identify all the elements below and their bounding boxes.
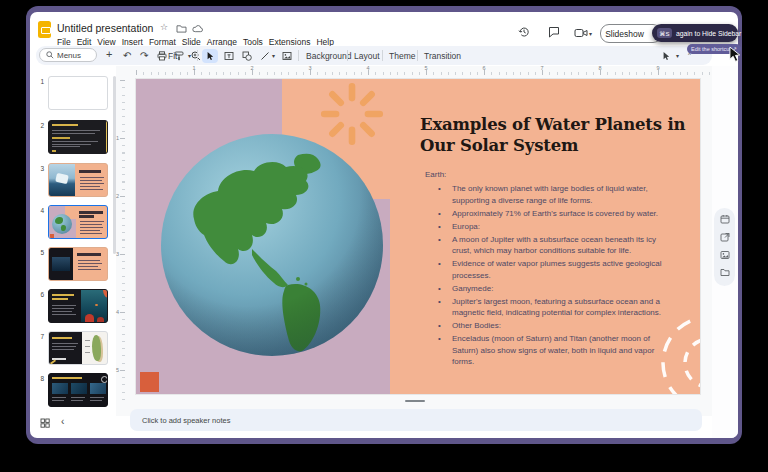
bullet-item[interactable]: A moon of Jupiter with a subsurface ocea… <box>434 234 668 257</box>
slide-title-text[interactable]: Examples of Water Planets in Our Solar S… <box>420 115 700 156</box>
bullet-item[interactable]: Other Bodies: <box>434 320 668 332</box>
print-icon[interactable] <box>157 51 167 61</box>
horizontal-ruler: 1 2 3 4 5 6 7 8 9 <box>126 66 712 75</box>
comments-icon[interactable] <box>548 26 560 38</box>
meet-camera-icon[interactable] <box>574 28 586 40</box>
notes-resize-handle[interactable] <box>405 400 425 402</box>
textbox-tool-icon[interactable] <box>224 51 234 61</box>
fit-label[interactable]: Fit <box>168 50 177 62</box>
bullet-item[interactable]: Jupiter's largest moon, featuring a subs… <box>434 296 668 319</box>
screenshot-stage: Untitled presentation ☆ File Edit View I… <box>0 0 768 472</box>
ruler-number: 1 <box>192 65 195 71</box>
slide-number: 7 <box>34 333 44 340</box>
toolbar-separator <box>347 50 348 61</box>
speaker-notes-placeholder: Click to add speaker notes <box>142 416 230 425</box>
bullet-item[interactable]: Ganymede: <box>434 283 668 295</box>
move-folder-icon[interactable] <box>176 24 188 36</box>
earth-globe-image[interactable] <box>160 133 384 357</box>
toolbar-separator <box>197 50 198 61</box>
insert-image-icon[interactable] <box>282 51 292 61</box>
pointer-chevron-down-icon[interactable]: ▾ <box>676 52 679 59</box>
folder-panel-icon[interactable] <box>720 268 730 278</box>
ruler-number: 7 <box>540 65 543 71</box>
select-tool-button[interactable] <box>202 49 218 63</box>
image-panel-icon[interactable] <box>720 250 730 260</box>
search-icon <box>46 51 54 59</box>
slideshow-button[interactable]: Slideshow <box>600 24 649 43</box>
ruler-number: 3 <box>116 251 119 257</box>
background-button[interactable]: Background <box>306 50 351 62</box>
theme-button[interactable]: Theme <box>389 50 415 62</box>
slide-number: 1 <box>34 78 44 85</box>
slide-editor[interactable]: Examples of Water Planets in Our Solar S… <box>136 79 700 394</box>
transition-button[interactable]: Transition <box>424 50 461 62</box>
slide-section-label[interactable]: Earth: <box>425 170 446 179</box>
menus-search-button[interactable]: Menus <box>39 48 97 62</box>
red-square-decoration <box>140 372 159 392</box>
grid-view-icon[interactable] <box>40 418 51 429</box>
open-in-new-icon[interactable] <box>720 232 730 242</box>
tooltip-text: again to Hide Sidebar <box>676 30 741 37</box>
ruler-number: 2 <box>116 193 119 199</box>
slide-thumbnail-5[interactable] <box>48 247 108 281</box>
toolbar-separator <box>417 50 418 61</box>
slide-thumbnail-7[interactable] <box>48 331 108 365</box>
ruler-number: 4 <box>116 309 119 315</box>
keyboard-shortcut-badge: ⌘S <box>657 28 672 38</box>
pointer-tool-icon[interactable] <box>662 51 672 61</box>
layout-button[interactable]: Layout <box>354 50 380 62</box>
bullet-item[interactable]: Approximately 71% of Earth's surface is … <box>434 208 668 220</box>
menus-label: Menus <box>57 51 81 60</box>
line-chevron-down-icon[interactable]: ▾ <box>272 52 275 59</box>
ruler-number: 5 <box>116 367 119 373</box>
slides-app-icon-bar <box>41 27 51 34</box>
ruler-number: 9 <box>656 65 659 71</box>
bullet-item[interactable]: Evidence of water vapor plumes suggests … <box>434 258 668 281</box>
slide-number: 6 <box>34 291 44 298</box>
bullet-item[interactable]: The only known planet with large bodies … <box>434 183 668 206</box>
toolbar-separator <box>382 50 383 61</box>
slide-number: 4 <box>34 207 44 214</box>
fit-chevron-down-icon[interactable]: ▾ <box>188 52 191 59</box>
line-tool-icon[interactable] <box>260 51 270 61</box>
undo-icon[interactable]: ↶ <box>123 50 131 61</box>
slideshow-label: Slideshow <box>605 29 644 39</box>
collapse-filmstrip-icon[interactable]: ‹ <box>61 416 64 427</box>
speaker-notes-box[interactable]: Click to add speaker notes <box>130 409 702 431</box>
version-history-icon[interactable] <box>518 26 530 38</box>
shortcut-tooltip: ⌘S again to Hide Sidebar <box>652 24 738 42</box>
shapes-tool-icon[interactable] <box>242 51 252 61</box>
star-icon[interactable]: ☆ <box>160 22 168 32</box>
document-title[interactable]: Untitled presentation <box>57 22 153 34</box>
mouse-cursor-icon <box>729 46 742 63</box>
bullet-item[interactable]: Enceladus (moon of Saturn) and Titan (an… <box>434 333 668 368</box>
ruler-number: 8 <box>598 65 601 71</box>
slides-app-icon[interactable] <box>38 21 51 38</box>
redo-icon[interactable]: ↷ <box>140 50 148 61</box>
toolbar-separator <box>298 50 299 61</box>
vertical-ruler: 1 2 3 4 5 <box>116 75 125 405</box>
slide-thumbnail-2[interactable] <box>48 120 108 154</box>
cursor-icon <box>206 51 214 61</box>
ruler-number: 2 <box>250 65 253 71</box>
ruler-number: 3 <box>308 65 311 71</box>
slide-number: 3 <box>34 165 44 172</box>
slide-thumbnail-8[interactable] <box>48 373 108 407</box>
slide-thumbnail-4-selected[interactable] <box>48 205 108 239</box>
ruler-number: 6 <box>482 65 485 71</box>
slide-thumbnail-6[interactable] <box>48 289 108 323</box>
add-slide-button[interactable]: + <box>106 49 112 60</box>
meet-chevron-down-icon[interactable]: ▾ <box>589 30 592 37</box>
slide-number: 5 <box>34 249 44 256</box>
ruler-number: 1 <box>116 135 119 141</box>
calendar-icon[interactable] <box>720 214 730 224</box>
slide-bullet-list[interactable]: The only known planet with large bodies … <box>434 183 668 369</box>
slide-thumbnail-1[interactable] <box>48 76 108 110</box>
ruler-number: 4 <box>366 65 369 71</box>
app-window: Untitled presentation ☆ File Edit View I… <box>30 12 738 438</box>
cloud-status-icon[interactable] <box>192 25 204 37</box>
slide-thumbnail-3[interactable] <box>48 163 108 197</box>
slide-number: 2 <box>34 122 44 129</box>
zoom-icon[interactable] <box>191 51 201 61</box>
bullet-item[interactable]: Europa: <box>434 221 668 233</box>
